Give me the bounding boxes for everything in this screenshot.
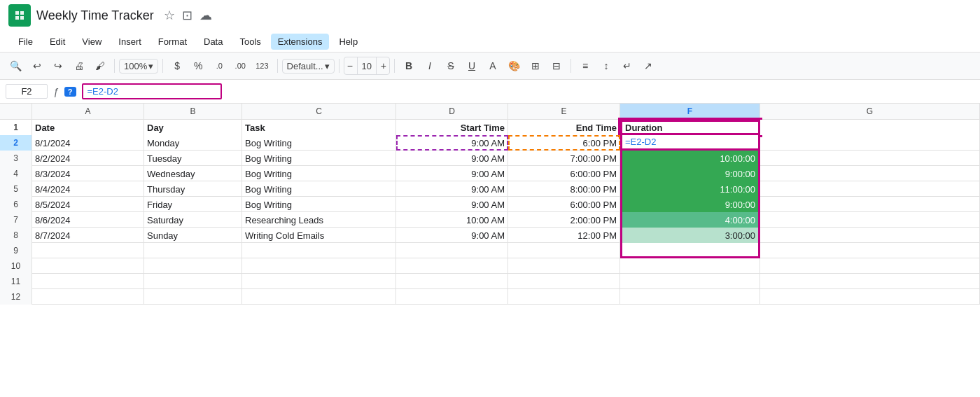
help-badge[interactable]: ? — [64, 87, 76, 97]
cell-e2[interactable]: 6:00 PM — [508, 135, 620, 151]
cell-d8[interactable]: 9:00 AM — [396, 228, 508, 243]
cell-c8[interactable]: Writing Cold Emails — [242, 228, 396, 243]
col-header-d[interactable]: D — [396, 104, 508, 119]
col-header-f[interactable]: F — [620, 104, 760, 119]
percent-button[interactable]: % — [188, 56, 208, 76]
cell-b2[interactable]: Monday — [144, 135, 242, 151]
menu-format[interactable]: Format — [151, 34, 194, 50]
col-header-a[interactable]: A — [32, 104, 144, 119]
cell-b6[interactable]: Friday — [144, 197, 242, 212]
wrap-button[interactable]: ↵ — [617, 56, 637, 76]
cell-reference[interactable]: F2 — [6, 84, 48, 99]
zoom-control[interactable]: 100% ▾ — [119, 59, 158, 74]
cell-d6[interactable]: 9:00 AM — [396, 197, 508, 212]
italic-button[interactable]: I — [420, 56, 440, 76]
cell-c7[interactable]: Researching Leads — [242, 212, 396, 228]
cell-d4[interactable]: 9:00 AM — [396, 166, 508, 181]
rotate-button[interactable]: ↗ — [638, 56, 658, 76]
cell-c1[interactable]: Task — [242, 120, 396, 135]
cell-f2[interactable]: =E2-D2 — [620, 135, 760, 151]
cell-e7[interactable]: 2:00:00 PM — [508, 212, 620, 228]
cell-c4[interactable]: Bog Writing — [242, 166, 396, 181]
col-header-b[interactable]: B — [144, 104, 242, 119]
menu-view[interactable]: View — [75, 34, 108, 50]
currency-button[interactable]: $ — [167, 56, 187, 76]
search-button[interactable]: 🔍 — [6, 56, 26, 76]
cell-b4[interactable]: Wednesday — [144, 166, 242, 181]
cell-b5[interactable]: Thursday — [144, 181, 242, 197]
cell-f5[interactable]: 11:00:00 — [620, 181, 760, 197]
cell-d2[interactable]: 9:00 AM — [396, 135, 508, 151]
cell-c6[interactable]: Bog Writing — [242, 197, 396, 212]
cell-a5[interactable]: 8/4/2024 — [32, 181, 144, 197]
cell-a3[interactable]: 8/2/2024 — [32, 151, 144, 166]
cell-b3[interactable]: Tuesday — [144, 151, 242, 166]
bold-button[interactable]: B — [399, 56, 419, 76]
cell-b8[interactable]: Sunday — [144, 228, 242, 243]
cell-d1[interactable]: Start Time — [396, 120, 508, 135]
redo-button[interactable]: ↪ — [48, 56, 68, 76]
cell-f12[interactable] — [620, 289, 760, 305]
font-size-decrease[interactable]: − — [344, 60, 356, 71]
cell-f7[interactable]: 4:00:00 — [620, 212, 760, 228]
text-color-button[interactable]: A — [483, 56, 503, 76]
cell-a7[interactable]: 8/6/2024 — [32, 212, 144, 228]
star-icon[interactable]: ☆ — [164, 8, 175, 23]
cell-a1[interactable]: Date — [32, 120, 144, 135]
decimal-more-button[interactable]: .00 — [230, 56, 250, 76]
cell-a6[interactable]: 8/5/2024 — [32, 197, 144, 212]
cell-e6[interactable]: 6:00:00 PM — [508, 197, 620, 212]
cell-c2[interactable]: Bog Writing — [242, 135, 396, 151]
menu-help[interactable]: Help — [332, 34, 365, 50]
format-123-button[interactable]: 123 — [251, 56, 272, 76]
cell-f10[interactable] — [620, 258, 760, 274]
formula-function-icon[interactable]: ƒ — [53, 86, 59, 97]
cell-b1[interactable]: Day — [144, 120, 242, 135]
decimal-less-button[interactable]: .0 — [209, 56, 229, 76]
formula-input[interactable]: =E2-D2 — [82, 83, 222, 99]
cell-c3[interactable]: Bog Writing — [242, 151, 396, 166]
col-header-g[interactable]: G — [760, 104, 980, 119]
undo-button[interactable]: ↩ — [27, 56, 47, 76]
col-header-c[interactable]: C — [242, 104, 396, 119]
menu-edit[interactable]: Edit — [43, 34, 72, 50]
font-size-value[interactable]: 10 — [357, 57, 377, 74]
paint-format-button[interactable]: 🖌 — [90, 56, 110, 76]
cell-f8[interactable]: 3:00:00 — [620, 228, 760, 243]
valign-button[interactable]: ↕ — [596, 56, 616, 76]
cell-f9[interactable] — [620, 243, 760, 258]
borders-button[interactable]: ⊞ — [526, 56, 545, 76]
col-header-e[interactable]: E — [508, 104, 620, 119]
cell-f6[interactable]: 9:00:00 — [620, 197, 760, 212]
font-size-increase[interactable]: + — [378, 60, 389, 71]
cell-e4[interactable]: 6:00:00 PM — [508, 166, 620, 181]
cell-d7[interactable]: 10:00 AM — [396, 212, 508, 228]
merge-cells-button[interactable]: ⊟ — [547, 56, 566, 76]
cell-a2[interactable]: 8/1/2024 — [32, 135, 144, 151]
cell-e3[interactable]: 7:00:00 PM — [508, 151, 620, 166]
cloud-icon[interactable]: ☁ — [200, 8, 212, 23]
strikethrough-button[interactable]: S — [441, 56, 461, 76]
cell-e8[interactable]: 12:00 PM — [508, 228, 620, 243]
cell-f1[interactable]: Duration — [620, 120, 760, 135]
menu-file[interactable]: File — [11, 34, 40, 50]
cell-a8[interactable]: 8/7/2024 — [32, 228, 144, 243]
cell-d3[interactable]: 9:00 AM — [396, 151, 508, 166]
folder-icon[interactable]: ⊡ — [182, 8, 192, 23]
font-selector[interactable]: Default... ▾ — [282, 59, 335, 74]
menu-data[interactable]: Data — [197, 34, 230, 50]
cell-a4[interactable]: 8/3/2024 — [32, 166, 144, 181]
align-button[interactable]: ≡ — [575, 56, 595, 76]
menu-tools[interactable]: Tools — [232, 34, 267, 50]
menu-insert[interactable]: Insert — [111, 34, 148, 50]
cell-d5[interactable]: 9:00 AM — [396, 181, 508, 197]
cell-c5[interactable]: Bog Writing — [242, 181, 396, 197]
menu-extensions[interactable]: Extensions — [271, 34, 330, 50]
cell-b7[interactable]: Saturday — [144, 212, 242, 228]
cell-f3[interactable]: 10:00:00 — [620, 151, 760, 166]
fill-color-button[interactable]: 🎨 — [504, 56, 524, 76]
cell-f11[interactable] — [620, 274, 760, 289]
underline-button[interactable]: U — [462, 56, 482, 76]
cell-e5[interactable]: 8:00:00 PM — [508, 181, 620, 197]
cell-e1[interactable]: End Time — [508, 120, 620, 135]
